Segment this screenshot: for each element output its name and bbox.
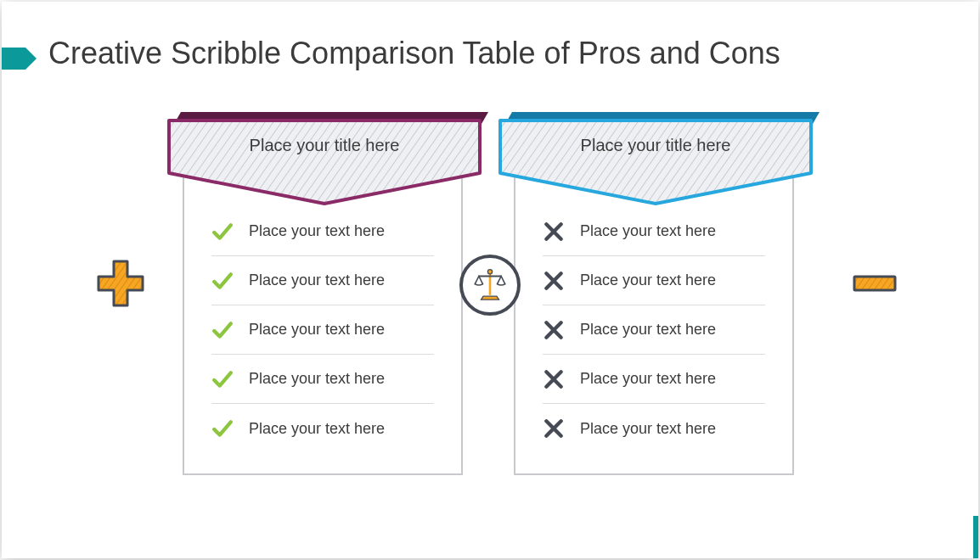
svg-marker-6: [169, 120, 480, 204]
list-item: Place your text here: [543, 256, 765, 305]
pros-title: Place your title here: [167, 136, 482, 155]
item-text: Place your text here: [249, 370, 385, 388]
item-text: Place your text here: [580, 370, 716, 388]
minus-icon: [848, 256, 902, 311]
item-text: Place your text here: [580, 420, 716, 438]
list-item: Place your text here: [543, 355, 765, 404]
item-text: Place your text here: [249, 321, 385, 339]
cons-card: Place your title here Place your text he…: [514, 170, 794, 475]
check-icon: [211, 417, 234, 440]
check-icon: [211, 221, 234, 243]
pros-card: Place your title here Place your text he…: [183, 170, 463, 475]
cross-icon: [543, 417, 565, 440]
pros-header: Place your title here: [167, 119, 482, 207]
check-icon: [211, 270, 234, 292]
list-item: Place your text here: [211, 256, 434, 305]
cross-icon: [543, 368, 565, 390]
list-item: Place your text here: [211, 355, 434, 404]
cons-header: Place your title here: [498, 119, 813, 207]
item-text: Place your text here: [580, 222, 716, 240]
list-item: Place your text here: [211, 207, 434, 256]
list-item: Place your text here: [211, 305, 434, 355]
cons-title: Place your title here: [498, 136, 813, 155]
cross-icon: [543, 319, 565, 341]
list-item: Place your text here: [543, 207, 765, 256]
accent-bookmark: [2, 48, 25, 70]
item-text: Place your text here: [580, 321, 716, 339]
list-item: Place your text here: [211, 404, 434, 453]
list-item: Place your text here: [543, 305, 765, 355]
slide-title: Creative Scribble Comparison Table of Pr…: [48, 36, 780, 71]
item-text: Place your text here: [249, 420, 385, 438]
cross-icon: [543, 221, 565, 243]
svg-rect-4: [854, 277, 895, 290]
scale-icon: [459, 255, 521, 316]
svg-point-9: [487, 270, 492, 274]
check-icon: [211, 368, 234, 390]
item-text: Place your text here: [249, 272, 385, 289]
cons-list: Place your text here Place your text her…: [543, 207, 765, 453]
pros-list: Place your text here Place your text her…: [211, 207, 434, 453]
svg-marker-11: [500, 120, 811, 204]
cross-icon: [543, 270, 565, 292]
accent-corner: [973, 516, 978, 558]
check-icon: [211, 319, 234, 341]
item-text: Place your text here: [580, 272, 716, 289]
list-item: Place your text here: [543, 404, 765, 453]
slide: Creative Scribble Comparison Table of Pr…: [2, 2, 978, 558]
plus-icon: [93, 256, 148, 311]
item-text: Place your text here: [249, 222, 385, 240]
